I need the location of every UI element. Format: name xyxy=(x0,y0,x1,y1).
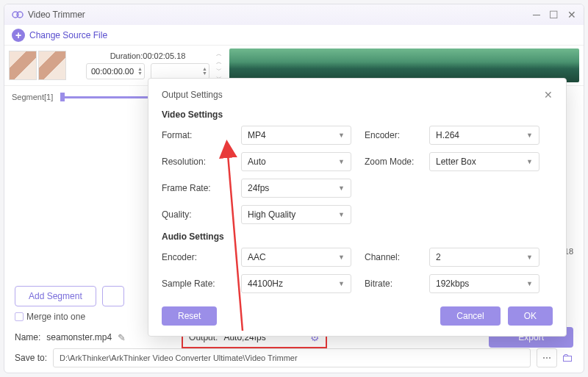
samplerate-label: Sample Rate: xyxy=(162,279,228,289)
app-logo-icon xyxy=(12,9,24,21)
encoder-label: Encoder: xyxy=(365,130,416,140)
cancel-button[interactable]: Cancel xyxy=(440,306,500,326)
zoom-value: Letter Box xyxy=(436,157,476,167)
browse-button[interactable]: ⋯ xyxy=(537,348,557,367)
change-source-label[interactable]: Change Source File xyxy=(29,30,107,40)
samplerate-value: 44100Hz xyxy=(248,279,283,289)
chevron-down-icon: ▼ xyxy=(526,280,533,287)
zoom-label: Zoom Mode: xyxy=(365,157,416,167)
main-window: Video Trimmer ─ ☐ ✕ + Change Source File… xyxy=(4,4,584,373)
chevron-down-icon: ▼ xyxy=(526,254,533,261)
video-encoder-select[interactable]: H.264▼ xyxy=(429,126,539,145)
close-icon[interactable]: ✕ xyxy=(567,9,576,21)
end-time-value xyxy=(156,67,158,76)
quality-value: High Quality xyxy=(248,209,295,220)
ok-button[interactable]: OK xyxy=(508,306,553,326)
channel-value: 2 xyxy=(436,252,441,262)
quality-label: Quality: xyxy=(162,209,228,220)
save-path-value: D:\ArkThinker\ArkThinker Video Converter… xyxy=(60,353,298,362)
output-settings-dialog: Output Settings ✕ Video Settings Format:… xyxy=(148,78,567,337)
bitrate-value: 192kbps xyxy=(436,279,469,289)
thumbnail xyxy=(9,51,37,80)
encoder-value: H.264 xyxy=(436,130,459,140)
framerate-select[interactable]: 24fps▼ xyxy=(241,179,351,198)
window-title: Video Trimmer xyxy=(28,10,85,20)
chevron-down-icon: ▼ xyxy=(338,211,345,218)
thumbnail xyxy=(38,51,66,80)
thumbnail-group[interactable] xyxy=(4,46,71,85)
channel-select[interactable]: 2▼ xyxy=(429,248,539,267)
add-source-button[interactable]: + xyxy=(12,29,25,42)
chevron-down-icon: ▼ xyxy=(338,132,345,139)
framerate-label: Frame Rate: xyxy=(162,183,228,193)
format-label: Format: xyxy=(162,130,228,140)
samplerate-select[interactable]: 44100Hz▼ xyxy=(241,274,351,293)
channel-label: Channel: xyxy=(365,252,416,262)
svg-point-1 xyxy=(17,12,23,18)
chevron-down-icon: ▼ xyxy=(338,184,345,192)
save-to-label: Save to: xyxy=(15,353,47,363)
framerate-value: 24fps xyxy=(248,183,269,193)
duration-label: Duration:00:02:05.18 xyxy=(110,51,186,60)
name-value: seamonster.mp4 xyxy=(46,332,112,342)
video-settings-heading: Video Settings xyxy=(162,109,553,120)
merge-checkbox[interactable]: Merge into one xyxy=(15,312,85,322)
format-select[interactable]: MP4▼ xyxy=(241,126,351,145)
chevron-down-icon: ▼ xyxy=(338,280,345,287)
toolbar: + Change Source File xyxy=(4,25,584,46)
titlebar: Video Trimmer ─ ☐ ✕ xyxy=(4,4,584,25)
stepper-icon[interactable]: ▲▼ xyxy=(137,67,143,76)
chevron-down-icon: ▼ xyxy=(338,254,345,261)
format-value: MP4 xyxy=(248,130,266,140)
reset-button[interactable]: Reset xyxy=(162,306,217,326)
minimize-icon[interactable]: ─ xyxy=(533,9,540,21)
quality-select[interactable]: High Quality▼ xyxy=(241,205,351,224)
resolution-label: Resolution: xyxy=(162,157,228,167)
dialog-close-icon[interactable]: ✕ xyxy=(544,89,553,101)
open-folder-icon[interactable]: 🗀 xyxy=(562,351,573,365)
audio-encoder-select[interactable]: AAC▼ xyxy=(241,248,351,267)
resolution-value: Auto xyxy=(248,157,266,167)
chevron-down-icon: ▼ xyxy=(338,158,345,165)
audio-settings-heading: Audio Settings xyxy=(162,231,553,242)
secondary-button[interactable] xyxy=(102,286,124,306)
add-segment-button[interactable]: Add Segment xyxy=(15,286,96,306)
name-label: Name: xyxy=(15,332,40,342)
resolution-select[interactable]: Auto▼ xyxy=(241,152,351,171)
dialog-title: Output Settings xyxy=(162,90,223,100)
chevron-down-icon: ▼ xyxy=(526,132,533,139)
zoom-mode-select[interactable]: Letter Box▼ xyxy=(429,152,539,171)
chevron-down-icon: ▼ xyxy=(526,158,533,165)
edit-name-icon[interactable]: ✎ xyxy=(118,332,126,343)
save-path-field[interactable]: D:\ArkThinker\ArkThinker Video Converter… xyxy=(53,348,531,367)
bitrate-select[interactable]: 192kbps▼ xyxy=(429,274,539,293)
maximize-icon[interactable]: ☐ xyxy=(549,9,559,21)
start-time-input[interactable]: 00:00:00.00 ▲▼ xyxy=(86,63,145,79)
audio-encoder-value: AAC xyxy=(248,252,266,262)
segment-label: Segment[1] xyxy=(12,93,53,101)
bitrate-label: Bitrate: xyxy=(365,279,416,289)
stepper-icon[interactable]: ▲▼ xyxy=(202,67,207,76)
merge-label: Merge into one xyxy=(26,312,85,322)
audio-encoder-label: Encoder: xyxy=(162,252,228,262)
start-time-value: 00:00:00.00 xyxy=(91,67,134,76)
end-time-input[interactable]: ▲▼ xyxy=(151,63,209,79)
